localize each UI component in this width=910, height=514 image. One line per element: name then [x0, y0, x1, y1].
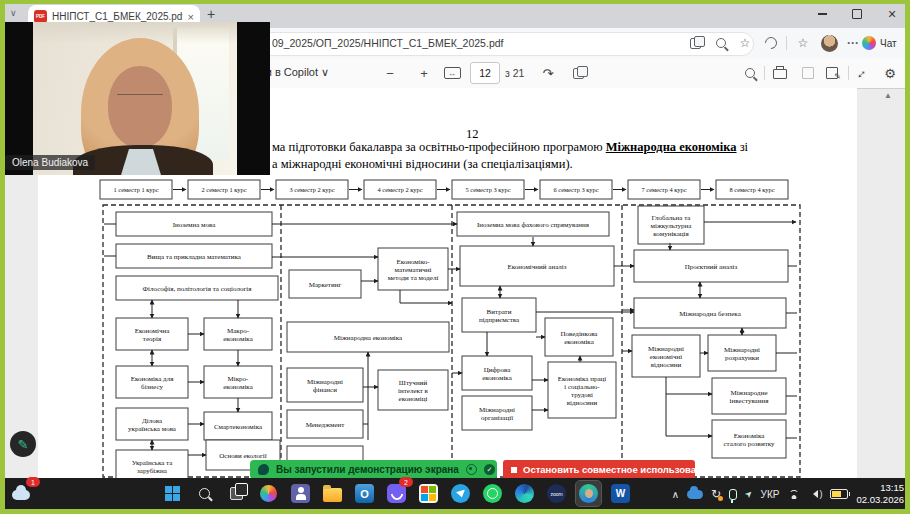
course-label: Основи екології	[219, 452, 267, 460]
doc-paragraph-line1: ма підготовки бакалавра за освітньо-проф…	[272, 140, 748, 155]
viber-badge: 2	[399, 477, 413, 487]
volume-icon[interactable]: )	[809, 489, 822, 499]
copilot-app-button[interactable]	[256, 481, 281, 506]
browser-essentials-icon[interactable]	[762, 34, 780, 52]
mic-indicator-icon[interactable]	[729, 489, 737, 500]
weather-badge: 1	[26, 477, 40, 487]
rotate-button[interactable]: ↷	[538, 63, 558, 83]
address-url[interactable]: 09_2025/ОП_2025/ННІПСТ_С1_БМЕК_2025.pdf	[272, 37, 503, 49]
edge-app-button[interactable]	[512, 481, 537, 506]
course-label: Іноземна мова фахового спрямування	[477, 221, 590, 229]
zoom-page-icon[interactable]	[712, 34, 730, 52]
scrollbar-up-arrow[interactable]: ▲	[884, 91, 892, 100]
tab-title: ННІПСТ_С1_БМЕК_2025.pdf	[52, 11, 183, 22]
copilot-button[interactable]: Чат	[862, 33, 897, 53]
word-icon: W	[611, 484, 630, 503]
windows-logo-icon	[165, 486, 180, 501]
outlook-icon: O	[355, 484, 374, 503]
task-view-icon	[230, 487, 243, 500]
save-button	[798, 63, 818, 83]
telegram-app-button[interactable]	[448, 481, 473, 506]
tray-date: 02.03.2026	[856, 494, 904, 506]
taskbar-search-button[interactable]	[192, 481, 217, 506]
new-tab-button[interactable]: +	[207, 6, 215, 22]
course-label: Міжнароднеінвестування	[730, 389, 770, 405]
semester-label: 1 семестр 1 курс	[113, 186, 158, 193]
doc-program-name: Міжнародна економіка	[606, 140, 737, 154]
zoom-out-button[interactable]: −	[380, 63, 400, 83]
print-button[interactable]	[770, 63, 790, 83]
copilot-icon	[862, 36, 876, 50]
webcam-overlay[interactable]: Olena Budiakova	[0, 22, 270, 175]
pdf-settings-gear-icon[interactable]: ⚙	[880, 63, 900, 83]
zoom-in-button[interactable]: +	[414, 63, 434, 83]
doc-paragraph-line2: а міжнародні економічні відносини (за сп…	[272, 157, 573, 172]
file-explorer-button[interactable]	[320, 481, 345, 506]
course-label: Маркетинг	[309, 281, 342, 289]
whatsapp-app-button[interactable]	[480, 481, 505, 506]
course-label: Смартекономіка	[214, 423, 263, 431]
word-app-button[interactable]: W	[608, 481, 633, 506]
wifi-icon[interactable]	[787, 489, 801, 499]
webcam-video	[33, 22, 237, 175]
taskbar-app-icons: O 2 zoom W	[160, 481, 633, 506]
share-check-icon[interactable]: ✓	[484, 464, 495, 475]
share-message: Вы запустили демонстрацию экрана	[276, 464, 459, 475]
task-view-button[interactable]	[224, 481, 249, 506]
course-label: Глобальна таміжкультурнакомунікація	[651, 214, 693, 238]
fullscreen-button[interactable]: ↕	[852, 63, 872, 83]
window-close-button[interactable]: ×	[880, 6, 904, 22]
ms-store-button[interactable]	[416, 481, 441, 506]
settings-menu-icon[interactable]: ···	[844, 34, 862, 52]
page-view-button[interactable]	[568, 63, 588, 83]
semester-label: 4 семестр 2 курс	[377, 186, 422, 193]
onedrive-icon[interactable]	[687, 490, 703, 499]
tab-search-chevron-icon[interactable]: ∨	[10, 8, 17, 18]
course-label: Проєктний аналіз	[685, 263, 738, 271]
whatsapp-icon	[483, 484, 502, 503]
teams-app-button[interactable]	[288, 481, 313, 506]
outlook-app-button[interactable]: O	[352, 481, 377, 506]
active-meeting-window-button[interactable]	[576, 481, 601, 506]
course-label: Міжнародна безпека	[679, 310, 741, 318]
weather-cloud-icon	[12, 490, 30, 500]
tray-overflow-chevron[interactable]: ∧	[672, 489, 679, 500]
course-label: Міжнародна економіка	[334, 334, 403, 342]
course-label: Штучнийінтелект векономіці	[398, 379, 429, 403]
language-indicator[interactable]: УКР	[761, 489, 780, 500]
course-label: Цифроваекономіка	[482, 366, 512, 382]
location-indicator-icon[interactable]: ➤	[743, 488, 755, 500]
window-minimize-button[interactable]	[810, 6, 834, 22]
stop-share-button[interactable]: Остановить совместное использование	[503, 460, 695, 479]
course-label: Поведінковаекономіка	[561, 330, 599, 346]
profile-avatar[interactable]	[820, 34, 838, 52]
tab-close-icon[interactable]: ×	[188, 11, 194, 23]
add-favorite-star-icon[interactable]: ☆	[736, 34, 754, 52]
search-document-icon[interactable]	[740, 63, 760, 83]
start-button[interactable]	[160, 481, 185, 506]
sync-icon[interactable]: ↻	[711, 487, 721, 501]
share-indicator-icon	[258, 464, 269, 475]
stop-share-label: Остановить совместное использование	[523, 464, 713, 475]
save-as-button[interactable]: ✎	[822, 63, 842, 83]
course-label: Міжнароднірозрахунки	[724, 346, 760, 362]
toolbar-divider	[786, 36, 787, 50]
copilot-app-icon	[260, 485, 277, 502]
folder-icon	[323, 488, 342, 502]
annotate-pencil-button[interactable]: ✎	[10, 431, 36, 457]
page-number-input[interactable]: 12	[470, 62, 500, 84]
page-total: з 21	[505, 67, 524, 79]
window-restore-button[interactable]	[845, 6, 869, 22]
taskbar-clock[interactable]: 13:15 02.03.2026	[856, 482, 904, 506]
zoom-app-button[interactable]: zoom	[544, 481, 569, 506]
system-tray: ∧ ↻ ➤ УКР ) 13:15 02.03.2026	[672, 478, 904, 510]
annotation-ring-icon[interactable]	[466, 464, 477, 475]
taskbar: 1 O 2 zoom W ∧ ↻ ➤ УКР )	[0, 478, 910, 510]
favorites-bar-icon[interactable]: ☆	[794, 34, 812, 52]
viber-app-button[interactable]: 2	[384, 481, 409, 506]
taskbar-weather-widget[interactable]: 1	[10, 481, 36, 507]
battery-icon[interactable]	[830, 489, 848, 499]
semester-label: 5 семестр 3 курс	[465, 186, 510, 193]
translate-icon[interactable]	[686, 34, 704, 52]
fit-width-button[interactable]: ↔	[442, 63, 462, 83]
